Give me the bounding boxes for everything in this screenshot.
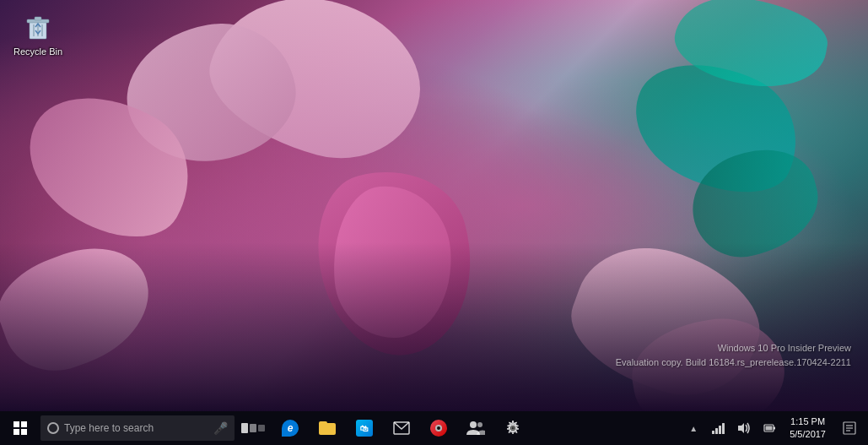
- recycle-bin-svg: [21, 8, 55, 42]
- network-icon: [712, 422, 725, 434]
- taskbar-apps: 🛍: [272, 411, 678, 445]
- system-tray: ▲: [678, 411, 868, 445]
- svg-rect-12: [712, 431, 714, 434]
- task-view-icon: [241, 423, 265, 433]
- desktop: Recycle Bin Windows 10 Pro Insider Previ…: [0, 0, 868, 411]
- taskbar-app-people[interactable]: [457, 411, 494, 445]
- search-bar[interactable]: Type here to search 🎤: [40, 415, 235, 441]
- taskbar-app-store[interactable]: 🛍: [346, 411, 383, 445]
- recycle-bin-icon[interactable]: Recycle Bin: [8, 8, 67, 57]
- battery-icon: [763, 422, 775, 434]
- windows-logo: [13, 421, 27, 435]
- people-icon: [466, 420, 485, 437]
- microphone-icon: 🎤: [213, 421, 228, 435]
- svg-marker-16: [738, 423, 744, 433]
- search-placeholder-text: Type here to search: [64, 422, 154, 434]
- settings-icon: [504, 420, 521, 437]
- clock-time: 1:15 PM: [790, 415, 825, 428]
- recycle-bin-label: Recycle Bin: [8, 46, 67, 57]
- taskbar-app-mail[interactable]: [383, 411, 420, 445]
- watermark-line2: Evaluation copy. Build 16184.rs_prerelea…: [616, 355, 851, 371]
- svg-rect-19: [774, 427, 775, 430]
- battery-icon-button[interactable]: [757, 411, 781, 445]
- taskbar-app-edge[interactable]: [272, 411, 309, 445]
- watermark: Windows 10 Pro Insider Preview Evaluatio…: [616, 341, 851, 371]
- volume-icon-button[interactable]: [732, 411, 756, 445]
- svg-point-8: [477, 422, 483, 427]
- notification-icon: [843, 421, 856, 435]
- svg-point-7: [470, 421, 477, 428]
- taskbar-app-settings[interactable]: [494, 411, 531, 445]
- groove-icon: [430, 420, 447, 437]
- start-button[interactable]: [0, 411, 40, 445]
- bg-overlay: [0, 242, 868, 411]
- svg-rect-18: [766, 426, 773, 431]
- taskbar-app-explorer[interactable]: [309, 411, 346, 445]
- chevron-up-icon: ▲: [689, 424, 698, 433]
- task-view-button[interactable]: [235, 411, 272, 445]
- notification-center-button[interactable]: [834, 411, 865, 445]
- edge-icon: [282, 420, 299, 437]
- network-icon-button[interactable]: [707, 411, 731, 445]
- show-hidden-icons-button[interactable]: ▲: [682, 411, 705, 445]
- folder-icon: [319, 421, 336, 435]
- taskbar-app-groove[interactable]: [420, 411, 457, 445]
- taskbar: Type here to search 🎤 🛍: [0, 411, 868, 445]
- svg-point-11: [511, 426, 515, 430]
- svg-rect-2: [35, 17, 41, 20]
- svg-rect-13: [715, 428, 718, 434]
- svg-rect-15: [722, 423, 725, 434]
- mail-icon: [393, 421, 410, 435]
- volume-icon: [737, 422, 751, 434]
- svg-rect-14: [719, 426, 721, 434]
- clock[interactable]: 1:15 PM 5/5/2017: [783, 411, 833, 445]
- watermark-line1: Windows 10 Pro Insider Preview: [616, 341, 851, 356]
- search-icon: [47, 422, 59, 434]
- clock-date: 5/5/2017: [790, 428, 826, 441]
- store-icon: 🛍: [356, 420, 373, 437]
